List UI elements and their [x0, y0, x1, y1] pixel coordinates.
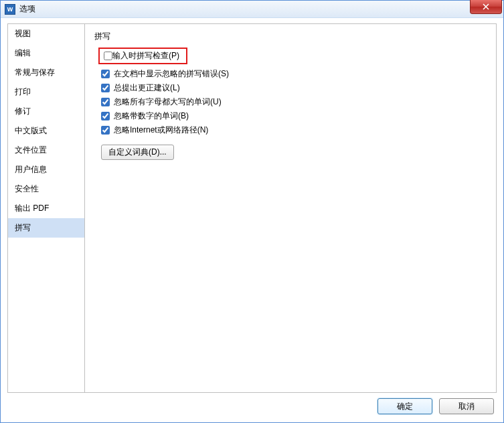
- option-label: 忽略带数字的单词(B): [114, 110, 189, 122]
- sidebar-item-label: 中文版式: [15, 126, 47, 135]
- option-row: 忽略带数字的单词(B): [101, 110, 487, 122]
- main-panel: 拼写 输入时拼写检查(P) 在文档中显示忽略的拼写错误(S) 总提出更正建议(L…: [85, 23, 497, 393]
- sidebar-item-general-save[interactable]: 常规与保存: [8, 63, 84, 82]
- checkbox-spellcheck-while-typing[interactable]: [104, 52, 112, 60]
- ok-button[interactable]: 确定: [377, 398, 432, 414]
- option-label: 总提出更正建议(L): [114, 82, 180, 94]
- window-title: 选项: [19, 3, 35, 15]
- option-label: 在文档中显示忽略的拼写错误(S): [114, 68, 229, 80]
- sidebar-item-security[interactable]: 安全性: [8, 179, 84, 199]
- sidebar-item-view[interactable]: 视图: [8, 24, 84, 44]
- cancel-button[interactable]: 取消: [439, 398, 494, 414]
- sidebar-item-label: 常规与保存: [15, 68, 55, 77]
- sidebar-item-label: 修订: [15, 106, 31, 116]
- options-dialog: W 选项 视图 编辑 常规与保存 打印 修订 中文版式 文件位置 用户信息 安全…: [0, 0, 504, 423]
- title-bar: W 选项: [1, 1, 503, 18]
- sidebar-item-output-pdf[interactable]: 输出 PDF: [8, 199, 84, 218]
- sidebar-item-label: 编辑: [15, 48, 31, 58]
- sidebar-item-print[interactable]: 打印: [8, 82, 84, 102]
- option-label: 忽略Internet或网络路径(N): [114, 124, 208, 136]
- sidebar-item-user-info[interactable]: 用户信息: [8, 160, 84, 179]
- sidebar-item-label: 安全性: [15, 184, 39, 193]
- close-icon: [483, 3, 489, 10]
- checkbox-show-ignored-errors[interactable]: [101, 70, 110, 78]
- option-label: 忽略所有字母都大写的单词(U): [114, 96, 222, 108]
- dialog-body: 视图 编辑 常规与保存 打印 修订 中文版式 文件位置 用户信息 安全性 输出 …: [1, 18, 503, 396]
- sidebar-item-label: 输出 PDF: [15, 203, 49, 213]
- checkbox-always-suggest[interactable]: [101, 84, 110, 92]
- option-row: 忽略所有字母都大写的单词(U): [101, 96, 487, 108]
- sidebar-item-label: 打印: [15, 87, 31, 96]
- checkbox-ignore-uppercase[interactable]: [101, 98, 110, 106]
- option-row: 总提出更正建议(L): [101, 82, 487, 94]
- option-row: 忽略Internet或网络路径(N): [101, 124, 487, 136]
- checkbox-ignore-words-with-numbers[interactable]: [101, 112, 110, 120]
- sidebar-item-spelling[interactable]: 拼写: [8, 218, 84, 238]
- sidebar-item-label: 视图: [15, 29, 31, 38]
- app-icon: W: [5, 4, 15, 15]
- dialog-footer: 确定 取消: [1, 396, 503, 422]
- sidebar-item-label: 文件位置: [15, 145, 47, 155]
- checkbox-ignore-internet-paths[interactable]: [101, 126, 110, 135]
- sidebar-item-edit[interactable]: 编辑: [8, 44, 84, 63]
- sidebar-item-revision[interactable]: 修订: [8, 102, 84, 121]
- sidebar-item-label: 拼写: [15, 223, 31, 232]
- sidebar-item-label: 用户信息: [15, 165, 47, 174]
- sidebar-item-file-location[interactable]: 文件位置: [8, 141, 84, 160]
- section-title: 拼写: [94, 31, 487, 42]
- custom-dictionary-button[interactable]: 自定义词典(D)...: [101, 145, 174, 160]
- sidebar-item-chinese-layout[interactable]: 中文版式: [8, 121, 84, 141]
- category-sidebar: 视图 编辑 常规与保存 打印 修订 中文版式 文件位置 用户信息 安全性 输出 …: [7, 23, 85, 393]
- option-row: 在文档中显示忽略的拼写错误(S): [101, 68, 487, 80]
- close-button[interactable]: [470, 0, 502, 14]
- option-label: 输入时拼写检查(P): [112, 50, 179, 62]
- highlight-box: 输入时拼写检查(P): [98, 48, 187, 64]
